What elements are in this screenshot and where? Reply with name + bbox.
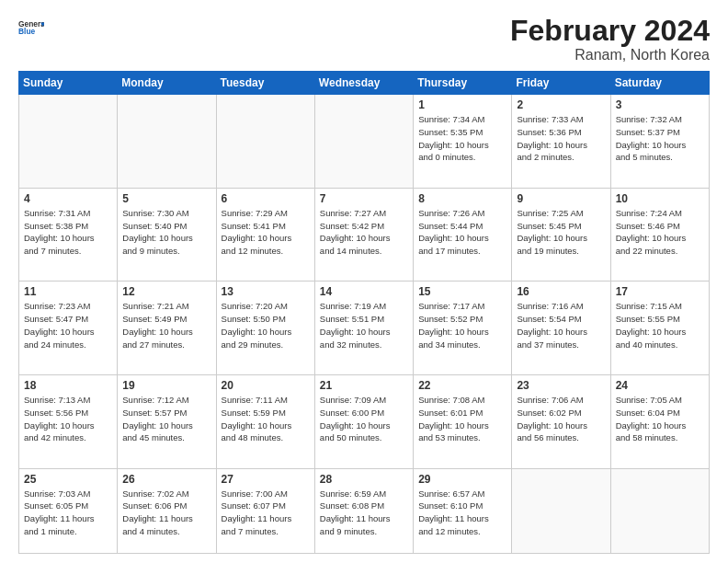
table-row: 22Sunrise: 7:08 AM Sunset: 6:01 PM Dayli… [414,374,512,468]
calendar-week-4: 25Sunrise: 7:03 AM Sunset: 6:05 PM Dayli… [19,468,710,553]
day-number: 13 [222,285,310,298]
table-row [216,95,314,189]
table-row: 27Sunrise: 7:00 AM Sunset: 6:07 PM Dayli… [216,468,314,553]
day-number: 16 [517,285,605,298]
day-number: 1 [418,98,506,111]
day-detail: Sunrise: 7:31 AM Sunset: 5:38 PM Dayligh… [24,207,112,258]
logo: General Blue [18,15,44,40]
table-row: 16Sunrise: 7:16 AM Sunset: 5:54 PM Dayli… [512,282,610,375]
day-number: 20 [222,379,310,392]
table-row: 14Sunrise: 7:19 AM Sunset: 5:51 PM Dayli… [314,282,413,375]
table-row: 18Sunrise: 7:13 AM Sunset: 5:56 PM Dayli… [19,374,118,468]
table-row: 20Sunrise: 7:11 AM Sunset: 5:59 PM Dayli… [216,374,314,468]
day-number: 12 [122,285,210,298]
day-detail: Sunrise: 7:02 AM Sunset: 6:06 PM Dayligh… [122,488,210,538]
day-number: 11 [24,285,112,298]
day-detail: Sunrise: 7:26 AM Sunset: 5:44 PM Dayligh… [418,207,506,258]
table-row [610,468,709,553]
day-detail: Sunrise: 7:06 AM Sunset: 6:02 PM Dayligh… [517,394,605,444]
day-detail: Sunrise: 7:27 AM Sunset: 5:42 PM Dayligh… [320,207,408,258]
day-number: 15 [418,285,506,298]
table-row [118,95,216,189]
header: General Blue February 2024 Ranam, North … [18,15,710,63]
table-row: 4Sunrise: 7:31 AM Sunset: 5:38 PM Daylig… [19,188,118,282]
table-row: 13Sunrise: 7:20 AM Sunset: 5:50 PM Dayli… [216,282,314,375]
day-detail: Sunrise: 7:32 AM Sunset: 5:37 PM Dayligh… [616,113,704,164]
header-saturday: Saturday [610,72,709,95]
day-number: 21 [320,379,408,392]
header-tuesday: Tuesday [216,72,314,95]
page: General Blue February 2024 Ranam, North … [0,0,728,563]
day-detail: Sunrise: 7:33 AM Sunset: 5:36 PM Dayligh… [517,113,605,164]
day-detail: Sunrise: 7:19 AM Sunset: 5:51 PM Dayligh… [320,300,408,350]
day-detail: Sunrise: 7:16 AM Sunset: 5:54 PM Dayligh… [517,300,605,350]
day-number: 22 [418,379,506,392]
table-row: 17Sunrise: 7:15 AM Sunset: 5:55 PM Dayli… [610,282,709,375]
day-number: 8 [418,192,506,205]
main-title: February 2024 [510,15,710,47]
day-detail: Sunrise: 7:24 AM Sunset: 5:46 PM Dayligh… [616,207,704,258]
table-row: 25Sunrise: 7:03 AM Sunset: 6:05 PM Dayli… [19,468,118,553]
day-detail: Sunrise: 6:59 AM Sunset: 6:08 PM Dayligh… [320,488,408,538]
logo-icon: General Blue [18,15,44,40]
table-row: 7Sunrise: 7:27 AM Sunset: 5:42 PM Daylig… [314,188,413,282]
table-row: 24Sunrise: 7:05 AM Sunset: 6:04 PM Dayli… [610,374,709,468]
day-number: 23 [517,379,605,392]
header-friday: Friday [512,72,610,95]
day-detail: Sunrise: 7:17 AM Sunset: 5:52 PM Dayligh… [418,300,506,350]
day-number: 25 [24,473,112,486]
day-detail: Sunrise: 7:03 AM Sunset: 6:05 PM Dayligh… [24,488,112,538]
title-block: February 2024 Ranam, North Korea [510,15,710,63]
day-detail: Sunrise: 7:21 AM Sunset: 5:49 PM Dayligh… [122,300,210,350]
day-number: 27 [222,473,310,486]
day-number: 24 [616,379,704,392]
day-detail: Sunrise: 7:25 AM Sunset: 5:45 PM Dayligh… [517,207,605,258]
header-wednesday: Wednesday [314,72,413,95]
table-row: 28Sunrise: 6:59 AM Sunset: 6:08 PM Dayli… [314,468,413,553]
day-detail: Sunrise: 7:08 AM Sunset: 6:01 PM Dayligh… [418,394,506,444]
table-row: 3Sunrise: 7:32 AM Sunset: 5:37 PM Daylig… [610,95,709,189]
calendar-week-2: 11Sunrise: 7:23 AM Sunset: 5:47 PM Dayli… [19,282,710,375]
day-detail: Sunrise: 7:00 AM Sunset: 6:07 PM Dayligh… [222,488,310,538]
day-detail: Sunrise: 7:05 AM Sunset: 6:04 PM Dayligh… [616,394,704,444]
day-number: 7 [320,192,408,205]
day-detail: Sunrise: 7:12 AM Sunset: 5:57 PM Dayligh… [122,394,210,444]
day-detail: Sunrise: 7:15 AM Sunset: 5:55 PM Dayligh… [616,300,704,350]
day-number: 29 [418,473,506,486]
day-detail: Sunrise: 7:29 AM Sunset: 5:41 PM Dayligh… [222,207,310,258]
calendar-week-0: 1Sunrise: 7:34 AM Sunset: 5:35 PM Daylig… [19,95,710,189]
calendar-week-1: 4Sunrise: 7:31 AM Sunset: 5:38 PM Daylig… [19,188,710,282]
table-row: 1Sunrise: 7:34 AM Sunset: 5:35 PM Daylig… [414,95,512,189]
day-detail: Sunrise: 7:13 AM Sunset: 5:56 PM Dayligh… [24,394,112,444]
calendar-header-row: Sunday Monday Tuesday Wednesday Thursday… [19,72,710,95]
subtitle: Ranam, North Korea [510,47,710,63]
day-number: 9 [517,192,605,205]
day-number: 14 [320,285,408,298]
table-row: 26Sunrise: 7:02 AM Sunset: 6:06 PM Dayli… [118,468,216,553]
header-sunday: Sunday [19,72,118,95]
day-detail: Sunrise: 7:11 AM Sunset: 5:59 PM Dayligh… [222,394,310,444]
day-number: 5 [122,192,210,205]
table-row: 2Sunrise: 7:33 AM Sunset: 5:36 PM Daylig… [512,95,610,189]
table-row: 8Sunrise: 7:26 AM Sunset: 5:44 PM Daylig… [414,188,512,282]
day-detail: Sunrise: 6:57 AM Sunset: 6:10 PM Dayligh… [418,488,506,538]
table-row [314,95,413,189]
day-number: 6 [222,192,310,205]
table-row: 9Sunrise: 7:25 AM Sunset: 5:45 PM Daylig… [512,188,610,282]
table-row: 6Sunrise: 7:29 AM Sunset: 5:41 PM Daylig… [216,188,314,282]
day-number: 19 [122,379,210,392]
table-row: 19Sunrise: 7:12 AM Sunset: 5:57 PM Dayli… [118,374,216,468]
table-row: 10Sunrise: 7:24 AM Sunset: 5:46 PM Dayli… [610,188,709,282]
calendar-table: Sunday Monday Tuesday Wednesday Thursday… [18,71,710,554]
table-row: 29Sunrise: 6:57 AM Sunset: 6:10 PM Dayli… [414,468,512,553]
table-row: 12Sunrise: 7:21 AM Sunset: 5:49 PM Dayli… [118,282,216,375]
day-number: 10 [616,192,704,205]
calendar-week-3: 18Sunrise: 7:13 AM Sunset: 5:56 PM Dayli… [19,374,710,468]
day-number: 28 [320,473,408,486]
table-row: 5Sunrise: 7:30 AM Sunset: 5:40 PM Daylig… [118,188,216,282]
day-number: 26 [122,473,210,486]
table-row: 15Sunrise: 7:17 AM Sunset: 5:52 PM Dayli… [414,282,512,375]
day-detail: Sunrise: 7:30 AM Sunset: 5:40 PM Dayligh… [122,207,210,258]
table-row [512,468,610,553]
day-detail: Sunrise: 7:23 AM Sunset: 5:47 PM Dayligh… [24,300,112,350]
